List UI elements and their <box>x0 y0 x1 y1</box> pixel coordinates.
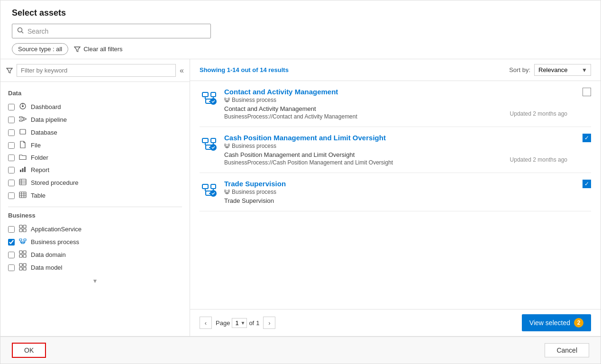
checkbox-data-model[interactable] <box>8 264 15 271</box>
search-bar <box>12 24 211 38</box>
svg-rect-82 <box>224 190 226 191</box>
result-item-3: Trade Supervision Business process Trade… <box>200 173 591 211</box>
sidebar-item-data-model[interactable]: Data model <box>8 261 182 274</box>
checkbox-file[interactable] <box>8 142 15 149</box>
result-icon-3 <box>200 180 219 199</box>
svg-rect-52 <box>224 98 226 100</box>
checkbox-stored-procedure[interactable] <box>8 180 15 186</box>
result-checkbox-1[interactable] <box>583 88 591 96</box>
cancel-button[interactable]: Cancel <box>545 343 589 357</box>
sidebar-item-data-domain[interactable]: Data domain <box>8 248 182 261</box>
sort-select[interactable]: Relevance Name Updated <box>534 64 591 76</box>
sidebar-item-folder[interactable]: Folder <box>8 152 182 164</box>
sidebar-item-report[interactable]: Report <box>8 164 182 176</box>
report-icon <box>18 165 27 174</box>
sidebar-item-file[interactable]: File <box>8 139 182 152</box>
svg-rect-39 <box>23 255 26 257</box>
svg-rect-16 <box>19 179 26 185</box>
svg-rect-74 <box>202 184 208 189</box>
page-select[interactable]: 1 <box>232 318 247 328</box>
sidebar-item-database[interactable]: Database <box>8 126 182 139</box>
sidebar-item-table[interactable]: Table <box>8 189 182 202</box>
checkbox-report[interactable] <box>8 167 15 173</box>
source-type-button[interactable]: Source type : all <box>12 43 68 55</box>
svg-rect-45 <box>211 92 216 97</box>
selected-count-badge: 2 <box>574 318 583 328</box>
showing-label: Showing <box>200 66 225 73</box>
svg-rect-26 <box>23 225 26 228</box>
checkbox-dashboard[interactable] <box>8 104 15 110</box>
result-title-1[interactable]: Contact and Activity Management <box>224 88 338 96</box>
label-database: Database <box>31 129 57 136</box>
page-title: Select assets <box>12 8 589 18</box>
business-process-icon <box>18 237 27 246</box>
result-description-3: Trade Supervision <box>224 197 577 204</box>
checkbox-app-service[interactable] <box>8 226 15 233</box>
sidebar-item-dashboard[interactable]: Dashboard <box>8 100 182 113</box>
page-label: Page <box>216 319 230 327</box>
sidebar-item-business-process[interactable]: Business process <box>8 236 182 248</box>
checkbox-data-pipeline[interactable] <box>8 117 15 123</box>
results-range: 1-14 <box>227 66 239 73</box>
label-table: Table <box>31 192 46 199</box>
svg-rect-5 <box>19 117 22 118</box>
svg-rect-27 <box>19 229 22 232</box>
svg-rect-59 <box>202 138 208 143</box>
database-icon <box>18 128 27 137</box>
svg-rect-43 <box>23 267 26 270</box>
next-page-button[interactable]: › <box>263 317 275 329</box>
svg-rect-36 <box>19 251 22 254</box>
result-checkbox-3[interactable] <box>583 180 591 188</box>
sidebar-scroll-indicator: ▼ <box>8 274 182 288</box>
data-pipeline-icon <box>18 115 27 124</box>
svg-rect-14 <box>22 168 24 172</box>
results-list: Contact and Activity Management Business… <box>190 81 601 309</box>
dashboard-icon <box>18 102 27 111</box>
search-icon <box>17 27 24 35</box>
label-data-domain: Data domain <box>31 251 66 258</box>
label-data-model: Data model <box>31 264 62 271</box>
checkbox-database[interactable] <box>8 129 15 136</box>
main-content: Showing 1-14 out of 14 results Sort by: … <box>190 59 601 336</box>
label-folder: Folder <box>31 154 48 161</box>
checkbox-folder[interactable] <box>8 155 15 161</box>
label-file: File <box>31 142 41 149</box>
result-checkbox-2[interactable] <box>583 134 591 142</box>
svg-rect-30 <box>24 239 26 241</box>
result-type-1: Business process <box>224 97 577 103</box>
collapse-button[interactable]: « <box>180 66 184 75</box>
svg-rect-37 <box>23 251 26 254</box>
svg-rect-25 <box>19 225 22 228</box>
svg-rect-67 <box>224 144 226 146</box>
result-type-label-3: Business process <box>232 189 276 195</box>
file-icon <box>18 141 27 150</box>
filter-bar: Source type : all Clear all filters <box>12 43 589 55</box>
checkbox-business-process[interactable] <box>8 239 15 246</box>
result-title-3[interactable]: Trade Supervision <box>224 180 286 188</box>
svg-rect-68 <box>228 144 230 146</box>
checkbox-data-domain[interactable] <box>8 252 15 258</box>
svg-rect-13 <box>20 170 21 172</box>
page-nav: ‹ Page 1 ▼ of 1 › <box>200 317 275 329</box>
svg-point-0 <box>18 28 22 32</box>
sidebar-item-data-pipeline[interactable]: Data pipeline <box>8 113 182 126</box>
checkbox-table[interactable] <box>8 192 15 199</box>
svg-rect-60 <box>211 138 216 143</box>
clear-filters-button[interactable]: Clear all filters <box>74 46 122 53</box>
svg-rect-40 <box>19 264 22 266</box>
sidebar-item-app-service[interactable]: ApplicationService <box>8 223 182 236</box>
view-selected-button[interactable]: View selected 2 <box>522 314 591 331</box>
prev-page-button[interactable]: ‹ <box>200 317 212 329</box>
app-service-icon <box>18 225 27 234</box>
filter-keyword-input[interactable] <box>17 64 176 77</box>
sidebar-item-stored-procedure[interactable]: Stored procedure <box>8 176 182 189</box>
svg-rect-38 <box>19 255 22 257</box>
result-title-2[interactable]: Cash Position Management and Limit Overs… <box>224 134 386 142</box>
results-total: 14 <box>260 66 266 73</box>
svg-point-3 <box>22 105 24 107</box>
search-input[interactable] <box>27 27 206 35</box>
dialog-footer: OK Cancel <box>0 336 601 364</box>
ok-button[interactable]: OK <box>12 343 46 358</box>
label-dashboard: Dashboard <box>31 103 61 110</box>
svg-rect-15 <box>24 167 26 172</box>
